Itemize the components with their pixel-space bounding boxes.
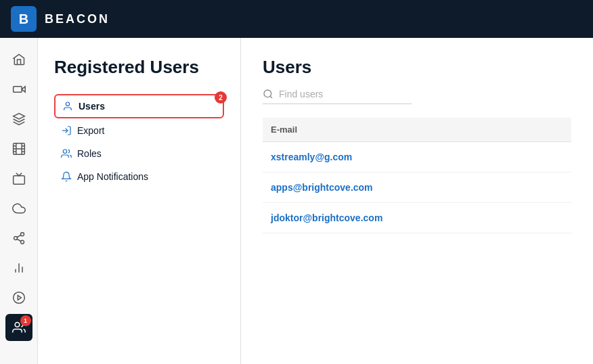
users-table: E-mail xstreamly@g.comapps@brightcove.co… [263,118,571,233]
nav-item-app-notifications[interactable]: App Notifications [54,166,224,187]
svg-line-15 [17,239,21,241]
svg-point-26 [264,90,271,97]
email-cell: jdoktor@brightcove.com [263,203,571,233]
sidebar-icon-share[interactable] [5,225,32,252]
sidebar-icon-bar-chart[interactable] [5,254,32,281]
sidebar-icon-cloud[interactable] [5,195,32,222]
main-content: Users E-mail xstreamly@g.comapps@brightc… [241,38,593,364]
svg-point-13 [14,237,17,240]
page-title: Users [263,57,571,78]
nav-item-app-notifications-label: App Notifications [77,171,148,182]
navbar: B BEACON [0,0,593,38]
svg-point-22 [15,323,20,327]
svg-point-14 [20,240,24,244]
svg-marker-2 [13,114,24,119]
nav-item-users-badge: 2 [215,91,227,104]
table-row[interactable]: jdoktor@brightcove.com [263,203,571,233]
svg-line-16 [17,235,21,237]
sidebar-users-badge: 1 [20,315,31,326]
nav-item-users-label: Users [79,101,105,112]
nav-item-users[interactable]: Users 2 [54,94,224,118]
nav-items-list: Users 2 Export Roles [54,94,224,187]
email-cell: xstreamly@g.com [263,142,571,173]
svg-line-27 [270,96,272,98]
search-input[interactable] [279,89,401,99]
sidebar-icon-video[interactable] [5,76,32,103]
nav-item-roles[interactable]: Roles [54,143,224,164]
sidebar-icon-film[interactable] [5,135,32,162]
navbar-title: BEACON [45,12,110,26]
nav-item-export-label: Export [77,125,104,136]
svg-point-12 [20,233,24,236]
svg-marker-21 [18,296,21,300]
table-row[interactable]: apps@brightcove.com [263,173,571,203]
svg-rect-0 [13,87,22,92]
svg-point-20 [13,292,24,304]
email-cell: apps@brightcove.com [263,173,571,203]
nav-item-roles-label: Roles [77,148,102,159]
content-sidebar-title: Registered Users [54,57,224,78]
svg-marker-1 [22,87,25,92]
table-row[interactable]: xstreamly@g.com [263,142,571,173]
logo-letter: B [19,12,28,27]
logo-box: B [11,6,37,32]
main-layout: 1 Registered Users Users 2 Export [0,38,593,364]
sidebar-icon-play-circle[interactable] [5,284,32,311]
sidebar-icon-users[interactable]: 1 [5,314,32,341]
content-sidebar: Registered Users Users 2 Export [38,38,241,364]
sidebar-icon-home[interactable] [5,46,32,73]
search-container [263,89,412,104]
email-column-header: E-mail [263,118,571,142]
sidebar-icon-layers[interactable] [5,106,32,133]
icon-sidebar: 1 [0,38,38,364]
svg-point-25 [63,150,66,153]
search-icon [263,89,273,99]
nav-item-export[interactable]: Export [54,120,224,141]
svg-point-23 [66,102,69,106]
sidebar-icon-tv[interactable] [5,165,32,192]
svg-rect-11 [13,176,24,185]
